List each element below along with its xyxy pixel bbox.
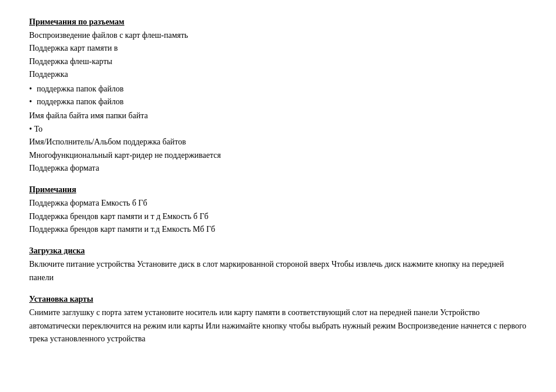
ports-after-2: • То [29,123,527,136]
document-container: Примечания по разъемам Воспроизведение ф… [29,17,527,345]
notes-line-2: Поддержка брендов карт памяти и т д Емко… [29,210,527,223]
notes-line-3: Поддержка брендов карт памяти и т.д Емко… [29,223,527,236]
notes-line-1: Поддержка формата Емкость б Гб [29,197,527,210]
section-notes: Примечания Поддержка формата Емкость б Г… [29,185,527,236]
section-disk-title: Загрузка диска [29,246,527,256]
ports-line-3: Поддержка флеш-карты [29,55,527,68]
card-line-1: Снимите заглушку с порта затем установит… [29,306,527,345]
section-notes-title: Примечания [29,185,527,195]
ports-after-3: Имя/Исполнитель/Альбом поддержка байтов [29,136,527,149]
section-card-body: Снимите заглушку с порта затем установит… [29,306,527,345]
ports-after-1: Имя файла байта имя папки байта [29,110,527,122]
ports-bullet-1: поддержка папок файлов [29,83,527,96]
section-disk-body: Включите питание устройства Установите д… [29,258,527,284]
section-ports-title: Примечания по разъемам [29,17,527,27]
section-card-title: Установка карты [29,295,527,304]
ports-bullet-list: поддержка папок файлов поддержка папок ф… [29,83,527,109]
ports-bullet-2: поддержка папок файлов [29,96,527,108]
ports-line-2: Поддержка карт памяти в [29,42,527,55]
disk-line-1: Включите питание устройства Установите д… [29,258,527,284]
ports-after-4: Многофункциональный карт-ридер не поддер… [29,149,527,162]
section-notes-body: Поддержка формата Емкость б Гб Поддержка… [29,197,527,236]
section-ports-body: Воспроизведение файлов с карт флеш-памят… [29,29,527,175]
section-disk: Загрузка диска Включите питание устройст… [29,246,527,284]
section-card: Установка карты Снимите заглушку с порта… [29,295,527,345]
ports-line-4: Поддержка [29,68,527,81]
ports-after-5: Поддержка формата [29,162,527,175]
ports-line-1: Воспроизведение файлов с карт флеш-памят… [29,29,527,42]
section-ports: Примечания по разъемам Воспроизведение ф… [29,17,527,175]
